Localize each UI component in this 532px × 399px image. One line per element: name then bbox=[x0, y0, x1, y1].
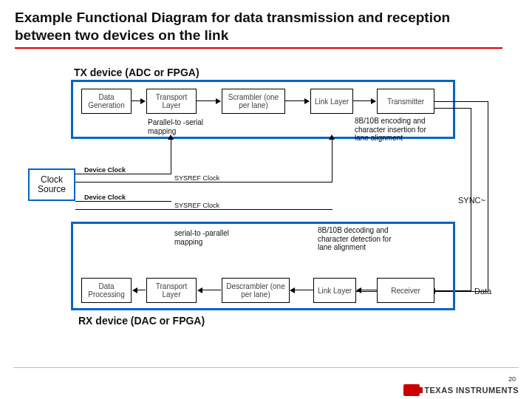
note-8b10b-decoding: 8B/10B decoding and character detection … bbox=[318, 226, 406, 252]
block-descrambler: Descrambler (one per lane) bbox=[222, 278, 290, 303]
data-line-h1 bbox=[434, 108, 471, 109]
block-transport-layer-rx: Transport Layer bbox=[146, 278, 197, 303]
clk-arrow-tx2 bbox=[329, 134, 335, 140]
tx-arrowhead-4 bbox=[371, 98, 376, 104]
tx-arrow-4 bbox=[353, 100, 372, 101]
page-number: 20 bbox=[508, 375, 516, 383]
ti-logo: TEXAS INSTRUMENTS bbox=[403, 384, 519, 396]
tx-device-label: TX device (ADC or FPGA) bbox=[74, 66, 200, 78]
clk-line-rx2 bbox=[75, 209, 332, 210]
tx-arrow-3 bbox=[285, 100, 306, 101]
tx-arrow-2 bbox=[197, 100, 217, 101]
block-data-generation: Data Generation bbox=[81, 89, 132, 114]
clk-arrow-tx1 bbox=[168, 134, 174, 140]
note-8b10b-encoding: 8B/10B encoding and character insertion … bbox=[355, 117, 436, 143]
ti-chip-icon bbox=[403, 384, 420, 396]
rx-arrow-1 bbox=[137, 290, 146, 290]
block-link-layer-rx: Link Layer bbox=[313, 278, 356, 303]
clk-line-tx1v bbox=[171, 139, 171, 174]
label-sync: SYNC~ bbox=[458, 196, 485, 205]
clk-line-rx1 bbox=[75, 201, 171, 202]
ti-brand-text: TEXAS INSTRUMENTS bbox=[424, 386, 519, 395]
note-serial-parallel: serial-to -parallel mapping bbox=[174, 229, 233, 246]
rx-arrow-3 bbox=[294, 290, 313, 290]
block-scrambler: Scrambler (one per lane) bbox=[222, 89, 285, 114]
rx-arrowhead-3 bbox=[290, 287, 295, 293]
footer-divider bbox=[13, 367, 519, 368]
rx-arrowhead-4 bbox=[356, 287, 361, 293]
sync-line-v bbox=[488, 101, 488, 291]
clk-line-tx2v bbox=[332, 139, 332, 182]
label-sysref-tx: SYSREF Clock bbox=[174, 174, 219, 182]
label-device-clock-tx: Device Clock bbox=[84, 166, 126, 174]
sync-line-h2 bbox=[434, 101, 488, 102]
slide-title: Example Functional Diagram for data tran… bbox=[15, 9, 502, 49]
label-device-clock-rx: Device Clock bbox=[84, 194, 126, 201]
rx-arrowhead-2 bbox=[197, 287, 202, 293]
rx-arrowhead-1 bbox=[132, 287, 137, 293]
clk-line-tx2 bbox=[75, 182, 332, 183]
label-sysref-rx: SYSREF Clock bbox=[174, 202, 219, 209]
block-data-processing: Data Processing bbox=[81, 278, 132, 303]
tx-arrowhead-1 bbox=[140, 98, 146, 104]
clk-line-tx1 bbox=[75, 174, 171, 174]
rx-arrow-2 bbox=[202, 290, 221, 290]
block-clock-source: Clock Source bbox=[28, 168, 75, 201]
note-parallel-serial: Parallel-to -serial mapping bbox=[148, 118, 207, 135]
data-line-v bbox=[471, 108, 471, 291]
rx-arrow-4 bbox=[361, 290, 377, 290]
block-transmitter: Transmitter bbox=[377, 89, 434, 114]
block-transport-layer-tx: Transport Layer bbox=[146, 89, 197, 114]
tx-arrowhead-3 bbox=[304, 98, 310, 104]
block-receiver: Receiver bbox=[377, 278, 434, 303]
block-link-layer-tx: Link Layer bbox=[310, 89, 353, 114]
rx-device-label: RX device (DAC or FPGA) bbox=[78, 315, 205, 327]
tx-arrowhead-2 bbox=[216, 98, 221, 104]
